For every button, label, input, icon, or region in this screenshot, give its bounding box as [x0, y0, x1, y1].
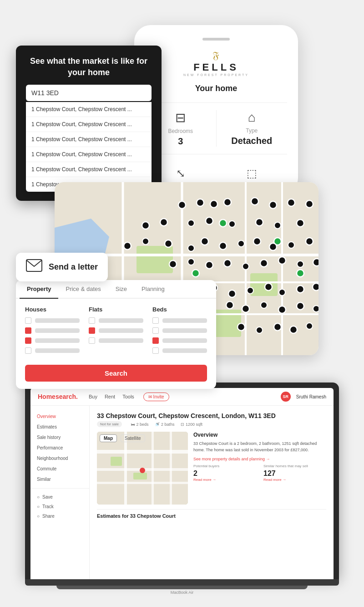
- overview-text: 33 Chepstow Court is a 2 bedroom, 2 bath…: [193, 441, 326, 453]
- checkbox-f2[interactable]: [89, 327, 95, 334]
- sidebar-save[interactable]: ○ Save: [30, 492, 89, 502]
- dropdown-item[interactable]: 1 Chepstow Court, Chepstow Crescent ...: [26, 117, 152, 132]
- svg-point-36: [238, 240, 244, 247]
- sidebar-item-sale-history[interactable]: Sale history: [30, 432, 89, 443]
- frame-action: ⬚: [216, 167, 287, 180]
- hs-main: 33 Chepstow Court, Chepstow Crescent, Lo…: [90, 406, 334, 579]
- potential-buyers-value: 2: [193, 469, 256, 478]
- potential-buyers-label: Potential buyers: [193, 464, 256, 468]
- sidebar-item-performance[interactable]: Performance: [30, 443, 89, 453]
- checkbox-b3[interactable]: [152, 337, 159, 344]
- tab-property[interactable]: Property: [20, 280, 58, 298]
- filter-label-bar: [35, 318, 80, 323]
- svg-point-70: [256, 327, 263, 333]
- hs-info-col: Overview 33 Chepstow Court is a 2 bedroo…: [193, 432, 326, 505]
- filter-row: [25, 337, 80, 344]
- property-map-thumb[interactable]: Map Satellite: [97, 432, 188, 505]
- stats-row: Potential buyers 2 Read more → Similar h…: [193, 464, 326, 482]
- filter-row: [89, 337, 143, 344]
- dropdown-item[interactable]: 1 Chepstow Court, Chepstow Crescent ...: [26, 147, 152, 162]
- fells-sub: New Forest Property: [145, 73, 287, 77]
- filter-label-bar: [162, 338, 207, 343]
- filter-row: [152, 327, 207, 334]
- checkbox-h4[interactable]: [25, 347, 31, 354]
- filter-col-flats: Flats: [89, 306, 143, 357]
- satellite-tab[interactable]: Satellite: [121, 434, 145, 442]
- svg-rect-74: [26, 260, 42, 271]
- checkbox-h3[interactable]: [25, 337, 31, 344]
- home-actions: ⤡ ⬚: [145, 162, 287, 180]
- filter-label-bar: [99, 338, 143, 343]
- nav-buy[interactable]: Buy: [89, 394, 97, 399]
- svg-rect-80: [152, 432, 154, 505]
- map-inner: [97, 432, 188, 505]
- filter-row: [152, 337, 207, 344]
- promo-card: See what the market is like for your hom…: [16, 46, 162, 201]
- svg-point-22: [188, 220, 194, 226]
- postcode-input[interactable]: [26, 85, 152, 101]
- map-thumbnail-svg: [97, 432, 188, 505]
- similar-homes-link[interactable]: Read more →: [263, 478, 326, 482]
- filter-row: [25, 347, 80, 354]
- sidebar-item-similar[interactable]: Similar: [30, 474, 89, 485]
- sidebar-track[interactable]: ○ Track: [30, 502, 89, 511]
- sidebar-item-neighbourhood[interactable]: Neighbourhood: [30, 453, 89, 464]
- your-home-title: Your home: [145, 84, 287, 93]
- filter-col-houses: Houses: [25, 306, 80, 357]
- track-icon: ○: [37, 504, 40, 509]
- tab-planning[interactable]: Planning: [134, 280, 172, 298]
- svg-point-14: [210, 200, 217, 208]
- tab-size[interactable]: Size: [108, 280, 134, 298]
- filter-row: [25, 327, 80, 334]
- share-label: Share: [42, 514, 55, 519]
- svg-point-12: [178, 201, 186, 209]
- checkbox-f1[interactable]: [89, 317, 95, 324]
- svg-point-49: [313, 259, 318, 266]
- fells-antler-icon: 𝔉: [145, 50, 287, 61]
- frame-icon: ⬚: [216, 167, 287, 180]
- sidebar-share[interactable]: ○ Share: [30, 511, 89, 521]
- map-tab[interactable]: Map: [100, 434, 117, 442]
- envelope-icon: [26, 259, 42, 272]
- baths-meta: 🚿 2 baths: [155, 421, 174, 427]
- dropdown-item[interactable]: 1 Chepstow Court, Chepstow Crescent ...: [26, 132, 152, 147]
- search-button[interactable]: Search: [25, 365, 207, 382]
- filter-label-bar: [35, 328, 80, 333]
- potential-buyers-link[interactable]: Read more →: [193, 478, 256, 482]
- svg-point-21: [160, 219, 167, 226]
- type-value: Detached: [217, 136, 288, 146]
- checkbox-b2[interactable]: [152, 327, 159, 334]
- checkbox-b1[interactable]: [152, 317, 159, 324]
- dropdown-item[interactable]: 1 Chepstow Court, Chepstow Crescent ...: [26, 162, 152, 177]
- checkbox-f3[interactable]: [89, 337, 95, 344]
- potential-buyers-stat: Potential buyers 2 Read more →: [193, 464, 256, 482]
- estimates-label: Estimates for 33 Chepstow Court: [97, 509, 326, 519]
- filter-panel: Property Price & dates Size Planning Hou…: [16, 280, 216, 389]
- send-letter-badge[interactable]: Send a letter: [16, 253, 108, 281]
- nav-tools[interactable]: Tools: [122, 394, 134, 399]
- invite-button[interactable]: ✉ Invite: [143, 393, 169, 401]
- dropdown-item[interactable]: 1 Chepstow Court, Chepstow Crescent ...: [26, 102, 152, 117]
- nav-rent[interactable]: Rent: [105, 394, 115, 399]
- filter-tabs: Property Price & dates Size Planning: [16, 280, 216, 299]
- fells-brand: FELLS: [145, 61, 287, 73]
- checkbox-h2[interactable]: [25, 327, 31, 334]
- user-avatar: SR: [281, 392, 291, 402]
- svg-point-27: [297, 219, 304, 227]
- phone-notch: [202, 38, 230, 41]
- see-more-link[interactable]: See more property details and planning →: [193, 457, 326, 461]
- tab-price-dates[interactable]: Price & dates: [58, 280, 108, 298]
- svg-point-37: [253, 238, 261, 245]
- checkbox-b4[interactable]: [152, 347, 159, 354]
- sidebar-item-estimates[interactable]: Estimates: [30, 422, 89, 432]
- track-label: Track: [42, 504, 54, 509]
- laptop-screen: Homesearch. Buy Rent Tools ✉ Invite SR S…: [30, 388, 334, 579]
- svg-point-71: [274, 323, 281, 331]
- checkbox-h1[interactable]: [25, 317, 31, 324]
- laptop-brand-label: MacBook Air: [25, 590, 339, 595]
- svg-point-24: [229, 221, 235, 227]
- similar-homes-stat: Similar homes that may sell 127 Read mor…: [263, 464, 326, 482]
- svg-rect-3: [250, 273, 278, 296]
- sidebar-item-overview[interactable]: Overview: [30, 411, 89, 422]
- sidebar-item-commute[interactable]: Commute: [30, 464, 89, 474]
